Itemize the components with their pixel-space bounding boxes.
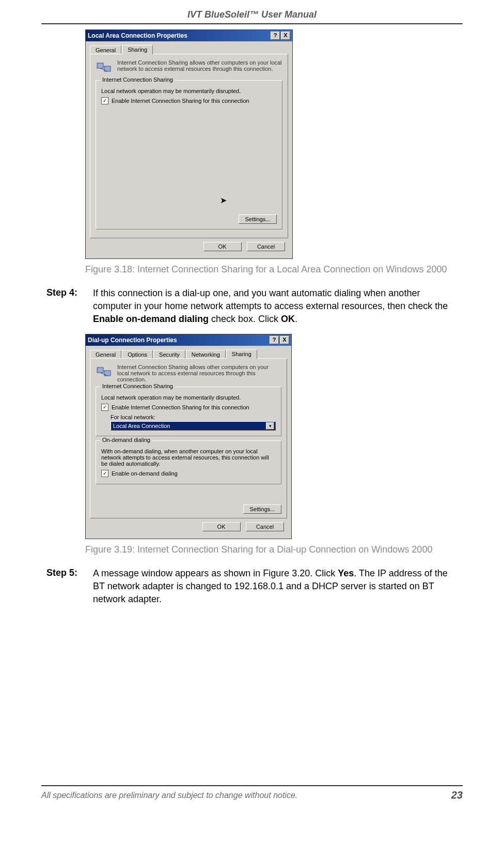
sharing-description: Internet Connection Sharing allows other… — [117, 59, 282, 76]
disruption-note: Local network operation may be momentari… — [101, 394, 276, 401]
group-on-demand-dialing: With on-demand dialing, when another com… — [96, 440, 281, 484]
footer-divider — [41, 785, 463, 786]
group-internet-connection-sharing: Local network operation may be momentari… — [96, 387, 281, 436]
dialog-local-area-connection-properties: Local Area Connection Properties ? X Gen… — [85, 29, 293, 259]
checkbox-enable-ics[interactable]: ✓ — [101, 97, 108, 104]
close-icon[interactable]: X — [280, 336, 289, 344]
window-title: Local Area Connection Properties — [88, 32, 270, 39]
disruption-note: Local network operation may be momentari… — [101, 88, 277, 94]
help-icon[interactable]: ? — [271, 32, 280, 40]
document-title: IVT BlueSoleil™ User Manual — [41, 9, 463, 23]
settings-button[interactable]: Settings... — [239, 215, 277, 224]
page-number: 23 — [451, 789, 463, 801]
group-internet-connection-sharing: Local network operation may be momentari… — [96, 80, 282, 229]
dialog-dialup-connection-properties: Dial-up Connection Properties ? X Genera… — [85, 334, 292, 539]
titlebar: Dial-up Connection Properties ? X — [86, 334, 291, 346]
on-demand-description: With on-demand dialing, when another com… — [101, 448, 276, 467]
step-5-body: A message window appears as shown in Fig… — [93, 567, 458, 605]
local-network-dropdown[interactable]: Local Area Connection — [111, 421, 276, 431]
checkbox-enable-ics[interactable]: ✓ — [101, 404, 108, 411]
tab-sharing[interactable]: Sharing — [122, 45, 153, 55]
ok-button[interactable]: OK — [202, 522, 241, 531]
svg-rect-0 — [97, 63, 103, 68]
figure-caption-3-18: Figure 3.18: Internet Connection Sharing… — [85, 263, 458, 275]
checkbox-enable-ics-label: Enable Internet Connection Sharing for t… — [112, 98, 249, 104]
step-4-body: If this connection is a dial-up one, and… — [93, 287, 458, 325]
settings-button[interactable]: Settings... — [243, 504, 281, 514]
ok-button[interactable]: OK — [203, 242, 242, 251]
step-4-label: Step 4: — [46, 287, 93, 325]
close-icon[interactable]: X — [281, 32, 290, 40]
header-divider — [41, 23, 463, 24]
titlebar: Local Area Connection Properties ? X — [86, 30, 292, 41]
network-sharing-icon — [96, 364, 112, 380]
mouse-cursor-icon: ➤ — [220, 195, 396, 205]
cancel-button[interactable]: Cancel — [246, 522, 284, 531]
network-sharing-icon — [96, 59, 112, 76]
svg-rect-3 — [97, 368, 103, 373]
footer-disclaimer: All specifications are preliminary and s… — [41, 791, 451, 800]
for-local-network-label: For local network: — [111, 414, 276, 420]
cancel-button[interactable]: Cancel — [247, 242, 285, 251]
step-5-label: Step 5: — [46, 567, 93, 605]
window-title: Dial-up Connection Properties — [88, 336, 269, 344]
checkbox-enable-on-demand[interactable]: ✓ — [101, 470, 108, 477]
tab-sharing[interactable]: Sharing — [226, 349, 257, 359]
help-icon[interactable]: ? — [270, 336, 279, 344]
checkbox-enable-on-demand-label: Enable on-demand dialing — [112, 470, 178, 477]
sharing-description: Internet Connection Sharing allows other… — [117, 364, 281, 382]
checkbox-enable-ics-label: Enable Internet Connection Sharing for t… — [112, 404, 249, 410]
figure-caption-3-19: Figure 3.19: Internet Connection Sharing… — [85, 543, 458, 556]
